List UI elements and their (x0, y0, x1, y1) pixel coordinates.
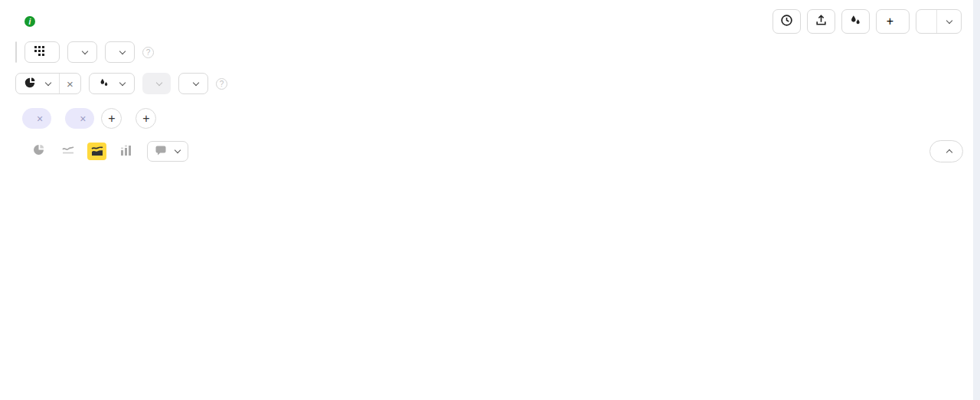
chevron-down-icon (119, 48, 126, 54)
legend-checkbox-icon[interactable]: ✓ (827, 287, 838, 297)
legend-checkbox-icon[interactable]: ✓ (827, 268, 838, 279)
chart-type-line-button[interactable] (58, 143, 77, 160)
hide-chart-button[interactable] (929, 140, 963, 162)
pie-segment-icon (24, 77, 35, 90)
save-as-menu-button[interactable] (936, 10, 961, 33)
bar-chart-icon (120, 145, 132, 159)
line-chart-icon (62, 145, 74, 159)
chevron-down-icon (193, 79, 199, 85)
chart-type-pie-button[interactable] (29, 143, 48, 160)
save-as-split-button (916, 9, 962, 34)
chevron-down-icon (82, 48, 88, 54)
sampling-dropdown[interactable] (142, 73, 171, 94)
detail-dropdown[interactable] (67, 41, 97, 63)
add-people-filter-button[interactable]: + (136, 108, 156, 129)
data-dropdown[interactable] (105, 41, 135, 63)
compare-segments-dropdown[interactable] (89, 73, 135, 94)
chevron-down-icon (156, 79, 162, 85)
filter-bar: × × + + (15, 108, 980, 129)
legend-item[interactable]: ✓ (827, 287, 843, 297)
how-to-use-link[interactable]: i (24, 16, 40, 27)
remove-filter-icon[interactable]: × (37, 113, 43, 125)
chevron-down-icon (119, 79, 126, 85)
filter-pill-robots[interactable]: × (22, 108, 51, 129)
comment-bubble-icon (155, 146, 166, 158)
visits-area-chart: ✓ ✓ (0, 170, 980, 400)
segment-clear-button[interactable]: × (59, 74, 80, 93)
info-icon: i (24, 16, 35, 27)
calendar-grid-icon (34, 46, 44, 58)
chart-legend: ✓ ✓ (827, 268, 843, 297)
legend-item[interactable]: ✓ (827, 268, 843, 279)
add-to-dashboard-button[interactable]: + (876, 9, 910, 34)
save-as-button[interactable] (916, 10, 936, 33)
segment-split-button: × (15, 73, 81, 94)
stacked-area-icon (91, 145, 103, 159)
clock-icon (780, 14, 793, 30)
drops-icon (849, 14, 862, 30)
export-icon (815, 14, 828, 30)
chevron-down-icon (946, 17, 952, 23)
chevron-down-icon (45, 79, 51, 85)
chart-toolbar (15, 140, 963, 162)
help-question-icon[interactable]: ? (142, 47, 154, 58)
segment-dropdown[interactable] (16, 74, 59, 93)
filter-pill-goals[interactable]: × (65, 108, 94, 129)
page-header: i + (0, 0, 980, 34)
drops-icon (99, 77, 109, 90)
metrica-direct-summary-page: i + (0, 0, 980, 400)
date-range-tabs (15, 41, 17, 63)
plus-icon: + (887, 15, 893, 28)
chevron-down-icon (175, 147, 181, 153)
attribution-dropdown[interactable] (178, 73, 208, 94)
export-button[interactable] (807, 9, 835, 34)
add-visit-filter-button[interactable]: + (101, 108, 122, 129)
close-icon: × (67, 78, 74, 90)
segment-toolbar: × ? (15, 73, 965, 94)
segments-button[interactable] (841, 9, 870, 34)
chart-type-columns-button[interactable] (116, 143, 136, 160)
chart-type-area-button[interactable] (87, 143, 106, 160)
scrollbar-gutter[interactable] (973, 0, 980, 400)
pie-chart-icon (33, 144, 44, 159)
annotations-dropdown[interactable] (147, 141, 188, 162)
chevron-up-icon (946, 149, 952, 156)
remove-filter-icon[interactable]: × (80, 113, 86, 125)
calendar-button[interactable] (24, 41, 60, 63)
help-question-icon[interactable]: ? (216, 78, 227, 90)
period-toolbar: ? (15, 41, 965, 63)
history-button[interactable] (773, 9, 801, 34)
